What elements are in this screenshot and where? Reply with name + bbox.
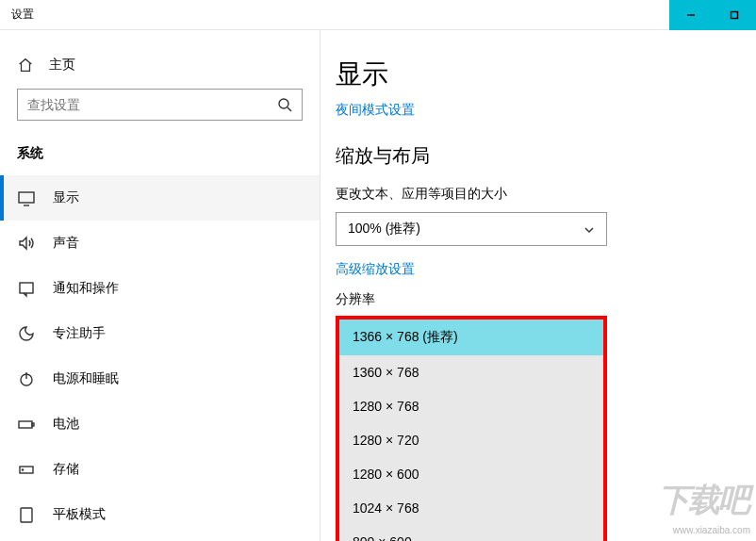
svg-rect-9 <box>19 421 32 428</box>
power-icon <box>17 369 36 388</box>
battery-icon <box>17 415 36 434</box>
notifications-icon <box>17 279 36 298</box>
sidebar-item-battery[interactable]: 电池 <box>0 402 320 447</box>
sidebar: 主页 系统 显示 声音 通知和操作 <box>0 30 320 541</box>
sidebar-item-label: 电池 <box>53 416 79 433</box>
titlebar: 设置 <box>0 0 756 30</box>
sidebar-item-label: 声音 <box>53 235 79 252</box>
sidebar-item-storage[interactable]: 存储 <box>0 447 320 492</box>
resolution-option[interactable]: 1360 × 768 <box>339 355 603 389</box>
home-label: 主页 <box>49 57 75 74</box>
search-input[interactable] <box>18 97 302 112</box>
sidebar-section-title: 系统 <box>0 138 320 175</box>
search-input-wrap[interactable] <box>17 89 303 121</box>
scale-heading: 缩放与布局 <box>336 143 756 169</box>
sidebar-item-sound[interactable]: 声音 <box>0 221 320 266</box>
sidebar-item-power[interactable]: 电源和睡眠 <box>0 356 320 402</box>
svg-line-3 <box>288 107 291 111</box>
resolution-label: 分辨率 <box>336 291 756 308</box>
window-controls <box>669 0 756 29</box>
resolution-dropdown[interactable]: 1366 × 768 (推荐) 1360 × 768 1280 × 768 12… <box>336 316 607 541</box>
window-title: 设置 <box>0 7 34 23</box>
home-icon <box>17 57 34 74</box>
advanced-scale-link[interactable]: 高级缩放设置 <box>336 261 756 278</box>
maximize-button[interactable] <box>713 0 756 30</box>
display-icon <box>17 189 36 207</box>
sidebar-item-label: 电源和睡眠 <box>53 370 119 387</box>
focus-assist-icon <box>17 324 36 343</box>
svg-rect-4 <box>19 192 34 203</box>
svg-rect-1 <box>731 12 738 19</box>
sidebar-item-label: 存储 <box>53 461 79 478</box>
storage-icon <box>17 460 36 479</box>
resolution-option[interactable]: 1280 × 720 <box>339 423 603 457</box>
sidebar-item-label: 显示 <box>53 189 79 206</box>
svg-point-12 <box>22 469 23 470</box>
sidebar-item-focus[interactable]: 专注助手 <box>0 311 320 356</box>
text-size-label: 更改文本、应用等项目的大小 <box>336 186 756 203</box>
page-heading: 显示 <box>336 57 756 92</box>
svg-point-2 <box>279 99 288 108</box>
tablet-icon <box>17 505 36 524</box>
resolution-option[interactable]: 800 × 600 <box>339 525 603 541</box>
sidebar-item-display[interactable]: 显示 <box>0 175 320 221</box>
resolution-option[interactable]: 1280 × 768 <box>339 389 603 423</box>
sidebar-item-label: 通知和操作 <box>53 280 119 297</box>
sidebar-item-tablet[interactable]: 平板模式 <box>0 492 320 537</box>
night-mode-link[interactable]: 夜间模式设置 <box>336 102 756 119</box>
sidebar-item-label: 专注助手 <box>53 325 106 342</box>
sound-icon <box>17 234 36 253</box>
svg-rect-13 <box>21 508 32 522</box>
scale-select-value: 100% (推荐) <box>348 221 420 238</box>
svg-rect-10 <box>32 423 34 426</box>
search-icon <box>277 97 292 112</box>
resolution-option[interactable]: 1280 × 600 <box>339 457 603 491</box>
minimize-icon <box>686 10 696 20</box>
minimize-button[interactable] <box>669 0 713 30</box>
maximize-icon <box>730 10 739 20</box>
sidebar-item-label: 平板模式 <box>53 506 106 523</box>
scale-select[interactable]: 100% (推荐) <box>336 212 607 246</box>
resolution-option[interactable]: 1366 × 768 (推荐) <box>339 320 603 355</box>
sidebar-nav: 显示 声音 通知和操作 专注助手 电源和睡眠 电池 <box>0 175 320 537</box>
home-nav-item[interactable]: 主页 <box>0 49 320 89</box>
resolution-option[interactable]: 1024 × 768 <box>339 491 603 525</box>
svg-rect-6 <box>20 283 33 293</box>
chevron-down-icon <box>583 223 595 235</box>
main-panel: 显示 夜间模式设置 缩放与布局 更改文本、应用等项目的大小 100% (推荐) … <box>320 30 756 541</box>
sidebar-item-notifications[interactable]: 通知和操作 <box>0 266 320 311</box>
